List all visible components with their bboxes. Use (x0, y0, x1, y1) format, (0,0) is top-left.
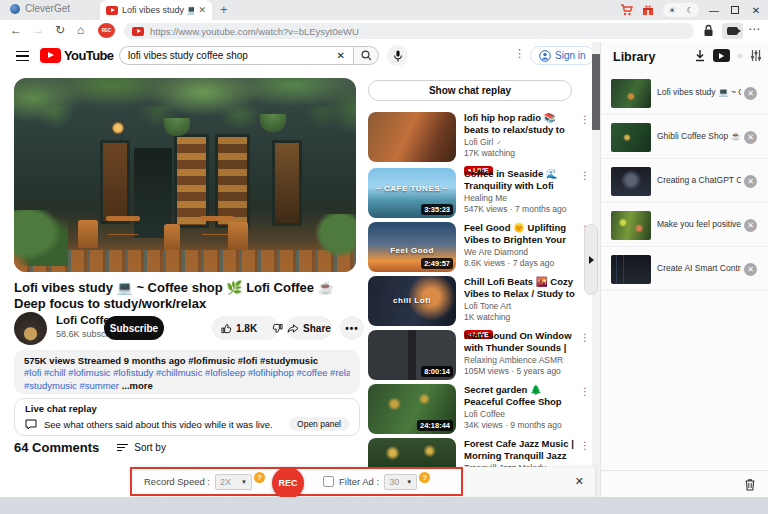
duration-badge: 3:35:23 (421, 204, 453, 215)
cleverget-logo-icon (10, 4, 20, 14)
status-bar (0, 497, 768, 514)
recommended-video[interactable]: lofi hip hop radio 📚 beats to relax/stud… (368, 112, 590, 166)
video-thumbnail[interactable]: Feel Good 2:49:57 (368, 222, 456, 272)
browser-toolbar: ← → ↻ ⌂ REC https://www.youtube.com/watc… (0, 20, 768, 42)
subscribe-button[interactable]: Subscribe (104, 316, 164, 340)
home-button[interactable]: ⌂ (77, 23, 84, 37)
sun-icon[interactable]: ☀ (668, 6, 675, 15)
download-icon[interactable] (694, 49, 706, 62)
signin-button[interactable]: Sign in (530, 46, 595, 65)
open-panel-button[interactable]: Open panel (289, 417, 349, 431)
recommended-video[interactable]: Feel Good 2:49:57 Feel Good 🌞 Uplifting … (368, 222, 590, 276)
youtube-favicon-icon (106, 6, 118, 15)
trash-icon[interactable] (744, 478, 756, 491)
like-button[interactable]: 1.8K (212, 323, 264, 334)
new-tab-button[interactable]: + (220, 2, 228, 17)
library-thumbnail (611, 255, 651, 284)
video-library-icon[interactable] (713, 49, 730, 62)
library-thumbnail (611, 123, 651, 152)
share-icon (287, 323, 299, 333)
youtube-menu-dots[interactable]: ⋮ (514, 47, 525, 60)
camera-permission-button[interactable] (722, 23, 743, 39)
rec-button[interactable]: REC (272, 467, 304, 499)
youtube-logo[interactable]: YouTube (40, 48, 113, 63)
video-thumbnail[interactable] (368, 112, 456, 162)
library-item[interactable]: Ghibli Coffee Shop ☕ M... ✕ (601, 116, 768, 159)
search-button[interactable] (353, 46, 379, 65)
clear-search-icon[interactable]: ✕ (333, 50, 345, 61)
cart-icon[interactable] (620, 4, 633, 16)
back-button[interactable]: ← (10, 23, 22, 37)
library-item[interactable]: Creating a ChatGPT Contr... ✕ (601, 160, 768, 203)
browser-tab[interactable]: Lofi vibes study 💻 ~ ✕ (100, 0, 212, 20)
video-options-icon[interactable]: ⋮ (580, 440, 590, 451)
theme-toggle[interactable]: ☀ ☾ (663, 3, 699, 17)
recommended-video[interactable]: 8:00:14 Rain Sound On Window with Thunde… (368, 330, 590, 384)
video-options-icon[interactable]: ⋮ (580, 386, 590, 397)
chevron-down-icon: ▼ (406, 479, 412, 485)
filter-ad-select[interactable]: 30 ▼ (384, 474, 417, 490)
video-thumbnail[interactable]: 8:00:14 (368, 330, 456, 380)
channel-row: Lofi Coffee 58.6K subscribers Subscribe … (0, 312, 360, 346)
show-chat-replay-button[interactable]: Show chat replay (368, 80, 572, 101)
mic-icon (393, 50, 403, 62)
reload-button[interactable]: ↻ (55, 23, 65, 37)
close-window-button[interactable]: ✕ (750, 5, 762, 16)
library-item[interactable]: Make you feel positive an... ✕ (601, 204, 768, 247)
video-thumbnail[interactable]: ~ CAFE TUNES ~ 3:35:23 (368, 168, 456, 218)
remove-item-icon[interactable]: ✕ (744, 219, 757, 232)
more-link[interactable]: ...more (119, 380, 153, 391)
filter-ad-checkbox[interactable] (323, 476, 334, 487)
recommended-video[interactable]: 24:18:44 Secret garden 🌲 Peaceful Coffee… (368, 384, 590, 438)
channel-line: Lofi Girl✓ (464, 137, 576, 147)
speed-help-icon[interactable]: ? (254, 472, 265, 483)
maximize-button[interactable] (729, 5, 741, 16)
panel-collapse-handle[interactable] (584, 224, 598, 295)
record-speed-select[interactable]: 2X ▼ (215, 474, 252, 490)
person-icon (539, 50, 551, 62)
library-item[interactable]: Create AI Smart Contract ... ✕ (601, 248, 768, 291)
lock-icon[interactable] (703, 24, 714, 37)
filter-help-icon[interactable]: ? (419, 472, 430, 483)
menu-hamburger-icon[interactable] (16, 51, 29, 61)
remove-item-icon[interactable]: ✕ (744, 263, 757, 276)
hashtags-line1[interactable]: #lofi #chill #lofimusic #lofistudy #chil… (24, 367, 350, 379)
search-input[interactable]: lofi vibes study coffee shop ✕ (119, 46, 353, 65)
record-button-toolbar[interactable]: REC (98, 23, 115, 38)
duration-badge: 8:00:14 (421, 366, 453, 377)
video-description[interactable]: 575K views Streamed 9 months ago #lofimu… (14, 350, 360, 394)
tune-icon[interactable] (750, 49, 762, 62)
library-item[interactable]: Lofi vibes study 💻 ~ Cof... ✕ (601, 72, 768, 115)
channel-avatar[interactable] (14, 312, 47, 345)
live-chat-replay-box: Live chat replay See what others said ab… (14, 398, 360, 436)
video-player[interactable] (14, 78, 356, 272)
page-scrollbar-thumb[interactable] (592, 54, 600, 130)
gift-icon[interactable] (642, 4, 654, 16)
voice-search-button[interactable] (387, 45, 408, 66)
video-options-icon[interactable]: ⋮ (580, 170, 590, 181)
playing-tab-icon[interactable] (737, 54, 743, 58)
recommended-video[interactable]: ~ CAFE TUNES ~ 3:35:23 Coffee in Seaside… (368, 168, 590, 222)
more-actions-button[interactable]: ••• (340, 316, 364, 340)
forward-button[interactable]: → (32, 23, 44, 37)
video-thumbnail[interactable]: chill Lofi (368, 276, 456, 326)
share-button[interactable]: Share (286, 316, 332, 340)
library-panel: Library Lofi vibes study 💻 ~ Cof... ✕ Gh… (600, 42, 768, 497)
address-bar[interactable]: https://www.youtube.com/watch?v=bLEysyt0… (124, 23, 694, 39)
minimize-button[interactable]: — (708, 5, 720, 16)
remove-item-icon[interactable]: ✕ (744, 175, 757, 188)
hashtags-line2[interactable]: #studymusic #summer ...more (24, 380, 350, 392)
video-options-icon[interactable]: ⋮ (580, 114, 590, 125)
remove-item-icon[interactable]: ✕ (744, 87, 757, 100)
youtube-header: YouTube lofi vibes study coffee shop ✕ ⋮… (0, 42, 600, 70)
close-record-bar-icon[interactable]: ✕ (575, 475, 584, 488)
recommended-video[interactable]: chill Lofi Chill Lofi Beats 🌇 Cozy Vibes… (368, 276, 590, 330)
tab-close-icon[interactable]: ✕ (198, 5, 206, 15)
cleverget-window: CleverGet Lofi vibes study 💻 ~ ✕ + ☀ ☾ —… (0, 0, 768, 514)
video-options-icon[interactable]: ⋮ (580, 332, 590, 343)
video-thumbnail[interactable]: 24:18:44 (368, 384, 456, 434)
browser-menu-button[interactable]: ⋯ (748, 22, 761, 36)
remove-item-icon[interactable]: ✕ (744, 131, 757, 144)
sort-by-button[interactable]: Sort by (117, 442, 166, 453)
moon-icon[interactable]: ☾ (686, 6, 693, 15)
